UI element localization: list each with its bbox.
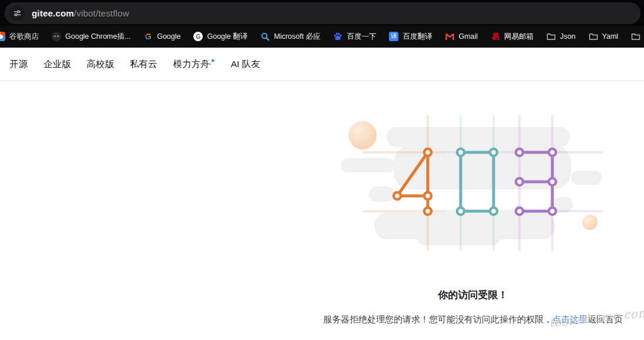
folder-icon <box>546 32 556 41</box>
bookmark-item[interactable]: Gmail <box>445 32 478 41</box>
baidu-icon <box>333 32 343 41</box>
error-message-suffix: 返回首页 <box>588 314 623 324</box>
bookmark-label: Yaml <box>602 32 619 41</box>
error-title: 你的访问受限！ <box>303 288 643 302</box>
bookmark-item[interactable]: GGoogle <box>143 32 180 41</box>
netease-mail-icon: 易 <box>491 32 500 41</box>
nav-item[interactable]: 企业版 <box>43 58 71 71</box>
nav-item[interactable]: AI 队友 <box>231 58 260 71</box>
bookmark-item[interactable]: 谷歌商店 <box>0 32 39 42</box>
nav-item-label: 高校版 <box>87 59 115 69</box>
google-icon: G <box>143 32 153 41</box>
error-page: 403 <box>0 81 644 340</box>
bookmark-item[interactable]: 百度一下 <box>333 32 376 42</box>
chrome-extension-icon <box>52 32 61 41</box>
nav-item[interactable]: 模力方舟✦✦ <box>173 58 215 71</box>
bookmark-label: Json <box>560 32 575 41</box>
bookmark-item[interactable]: Ankki <box>631 32 644 41</box>
peach-circle-large <box>348 121 377 149</box>
bookmark-label: 谷歌商店 <box>9 32 39 42</box>
baidu-translate-icon: 译 <box>389 32 398 41</box>
bookmark-label: 百度翻译 <box>402 32 432 42</box>
bookmark-label: 网易邮箱 <box>504 32 534 42</box>
nav-item[interactable]: 开源 <box>9 58 28 71</box>
gmail-icon <box>445 32 454 41</box>
tune-icon[interactable] <box>9 6 25 21</box>
peach-circle-small <box>582 215 598 230</box>
error-code: 403 <box>0 81 1 82</box>
bookmark-label: Gmail <box>458 32 478 41</box>
nav-item-label: 开源 <box>9 59 28 69</box>
bookmark-label: Google Chrome插... <box>65 32 130 42</box>
bookmark-item[interactable]: 易网易邮箱 <box>491 32 534 42</box>
nav-item-label: 模力方舟 <box>173 59 210 69</box>
google-translate-icon: G <box>193 32 203 41</box>
nav-item-label: AI 队友 <box>231 59 260 69</box>
bookmark-item[interactable]: Microsoft 必应 <box>260 32 320 42</box>
bookmark-item[interactable]: Yaml <box>589 32 619 41</box>
bookmark-label: Microsoft 必应 <box>274 32 320 42</box>
chrome-store-icon <box>0 32 5 41</box>
bookmark-item[interactable]: Json <box>546 32 575 41</box>
error-message: 服务器拒绝处理您的请求！您可能没有访问此操作的权限，点击这里返回首页 <box>303 314 643 325</box>
bookmark-label: Google <box>157 32 180 41</box>
error-text-block: 你的访问受限！ 服务器拒绝处理您的请求！您可能没有访问此操作的权限，点击这里返回… <box>303 288 643 325</box>
error-message-prefix: 服务器拒绝处理您的请求！您可能没有访问此操作的权限， <box>323 314 552 324</box>
bing-search-icon <box>260 32 270 41</box>
bookmark-item[interactable]: Google Chrome插... <box>52 32 130 42</box>
nav-item-label: 私有云 <box>130 59 157 69</box>
nav-item-label: 企业版 <box>43 59 71 69</box>
nav-item[interactable]: 高校版 <box>87 58 115 71</box>
bookmark-item[interactable]: GGoogle 翻译 <box>193 32 247 42</box>
browser-toolbar: gitee.com/vibot/testflow <box>0 0 644 26</box>
bookmarks-bar: 谷歌商店Google Chrome插...GGoogleGGoogle 翻译Mi… <box>0 26 644 48</box>
bookmark-label: 百度一下 <box>347 32 376 42</box>
nav-item[interactable]: 私有云 <box>130 58 157 71</box>
403-illustration <box>335 113 617 261</box>
bookmark-item[interactable]: 译百度翻译 <box>389 32 432 42</box>
url-path: /vibot/testflow <box>74 8 129 18</box>
folder-icon <box>631 32 640 41</box>
url-host: gitee.com <box>32 8 74 18</box>
home-link[interactable]: 点击这里 <box>552 314 588 324</box>
folder-icon <box>589 32 598 41</box>
address-bar[interactable]: gitee.com/vibot/testflow <box>5 2 640 24</box>
bookmark-label: Google 翻译 <box>207 32 247 42</box>
url-text: gitee.com/vibot/testflow <box>32 8 129 18</box>
sparkle-icon: ✦✦ <box>210 57 216 64</box>
site-nav: 开源企业版高校版私有云模力方舟✦✦AI 队友 <box>0 48 644 81</box>
